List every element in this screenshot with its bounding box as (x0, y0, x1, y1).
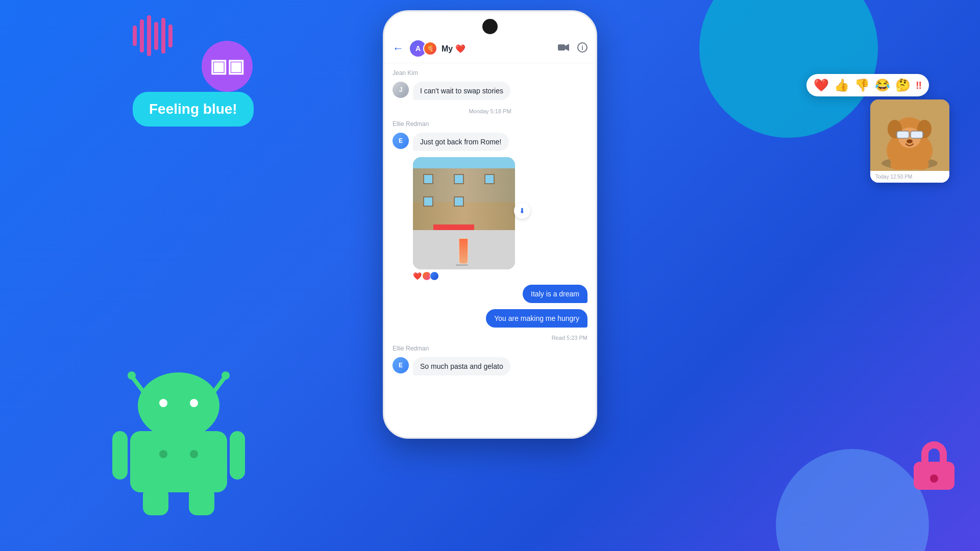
emoji-reaction-bar: ❤️ 👍 👎 😂 🤔 ‼️ (806, 74, 929, 96)
message-italy-dream: Italy is a dream (393, 285, 587, 303)
reaction-avatars (424, 271, 439, 281)
svg-point-4 (138, 372, 219, 439)
svg-rect-31 (911, 132, 922, 138)
chat-body: Jean Kim J I can't wait to swap stories … (384, 63, 596, 437)
dog-image (870, 99, 949, 171)
sound-bar-2 (140, 19, 144, 53)
emoji-think[interactable]: 🤔 (895, 78, 911, 92)
feeling-blue-bubble: Feeling blue! (133, 92, 254, 127)
bg-shape-teal (699, 0, 878, 138)
svg-marker-15 (565, 44, 569, 51)
avatar-ellie-2: E (393, 357, 409, 373)
phone-frame: ← A 🍕 My ❤️ i (383, 10, 597, 439)
chat-avatar-group: A 🍕 (409, 39, 437, 58)
svg-point-6 (190, 399, 198, 407)
svg-point-33 (890, 160, 906, 170)
svg-rect-11 (189, 487, 214, 515)
svg-point-5 (159, 399, 167, 407)
emoji-exclaim[interactable]: ‼️ (916, 80, 922, 91)
svg-text:i: i (581, 44, 583, 52)
emoji-laugh[interactable]: 😂 (875, 78, 890, 92)
reaction-avatar-2 (430, 271, 439, 281)
pink-lock (914, 441, 954, 490)
svg-point-3 (222, 371, 230, 380)
bubble-cant-wait: I can't wait to swap stories (413, 82, 510, 100)
bubble-rome: Just got back from Rome! (413, 133, 509, 151)
lock-hole (930, 474, 938, 483)
svg-point-32 (906, 139, 913, 143)
android-robot (102, 357, 255, 520)
svg-rect-14 (558, 44, 565, 51)
bubble-italy: Italy is a dream (523, 285, 587, 303)
rome-photo (413, 157, 515, 269)
video-call-icon[interactable] (558, 43, 569, 54)
svg-point-13 (190, 450, 198, 458)
avatar-jean-kim: J (393, 82, 409, 98)
emoji-thumbsup[interactable]: 👍 (834, 78, 849, 92)
phone-notch (482, 19, 498, 34)
sound-bar-4 (154, 22, 158, 50)
sound-bar-5 (161, 18, 165, 54)
avatar-ellie-1: E (393, 133, 409, 149)
svg-rect-10 (143, 487, 168, 515)
info-icon[interactable]: i (577, 42, 587, 55)
svg-point-1 (128, 371, 136, 380)
emoji-heart[interactable]: ❤️ (814, 78, 829, 92)
message-rome: E Just got back from Rome! (393, 133, 587, 151)
svg-rect-7 (130, 431, 227, 492)
chat-name: My ❤️ (442, 44, 558, 54)
dog-card-timestamp: Today 12:50 PM (870, 171, 949, 183)
lock-body (914, 462, 954, 490)
image-message-rome: ⬇ ❤️ (413, 157, 515, 281)
svg-rect-9 (230, 431, 245, 480)
bg-shape-blue-light (776, 449, 929, 551)
sound-bar-3 (147, 15, 151, 56)
bubble-pasta: So much pasta and gelato (413, 357, 510, 375)
read-receipt: Read 5:23 PM (393, 335, 587, 341)
back-button[interactable]: ← (393, 42, 404, 55)
sound-bar-6 (168, 24, 173, 47)
sound-bar-1 (133, 26, 137, 46)
bubble-hungry: You are making me hungry (486, 309, 587, 328)
sender-label-jean: Jean Kim (393, 69, 587, 77)
timestamp-monday: Monday 5:18 PM (393, 108, 587, 114)
header-icons: i (558, 42, 587, 55)
sound-wave (133, 15, 173, 56)
message-pasta: E So much pasta and gelato (393, 357, 587, 375)
sender-label-ellie-2: Ellie Redman (393, 345, 587, 352)
heart-reaction: ❤️ (413, 272, 422, 280)
svg-rect-8 (112, 431, 128, 480)
download-button[interactable]: ⬇ (514, 203, 530, 219)
svg-point-34 (913, 160, 929, 170)
svg-rect-30 (897, 132, 909, 138)
emoji-thumbsdown[interactable]: 👎 (854, 78, 870, 92)
message-jean-kim: J I can't wait to swap stories (393, 82, 587, 100)
image-reactions: ❤️ (413, 271, 515, 281)
scene (413, 157, 515, 269)
app-icon: ▣▣ (202, 41, 253, 92)
message-hungry: You are making me hungry (393, 309, 587, 328)
avatar-pizza: 🍕 (423, 41, 437, 56)
chat-header: ← A 🍕 My ❤️ i (384, 34, 596, 63)
dog-photo-card: Today 12:50 PM (870, 99, 949, 183)
sender-label-ellie-1: Ellie Redman (393, 120, 587, 128)
svg-point-12 (159, 450, 167, 458)
